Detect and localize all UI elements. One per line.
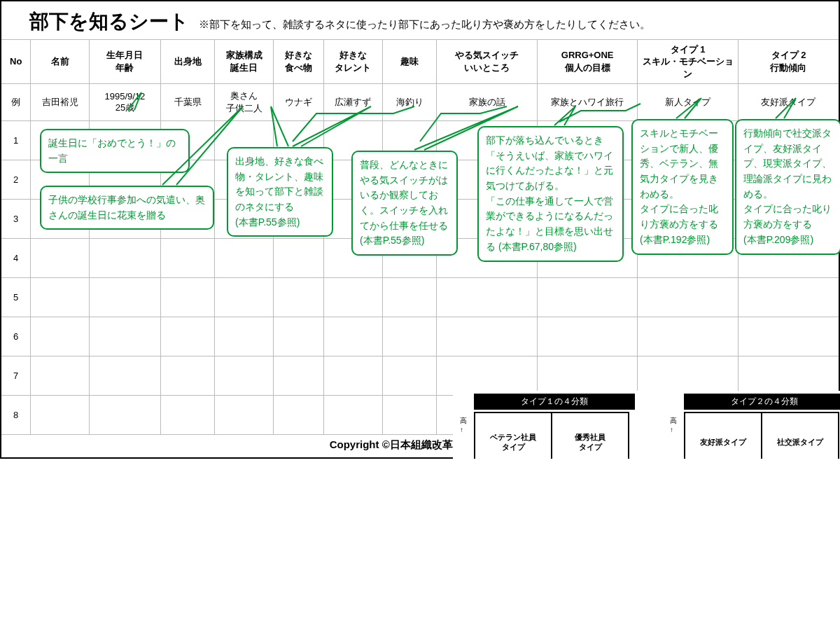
row-no: 5	[1, 278, 31, 317]
callout-interests: 出身地、好きな食べ物・タレント、趣味を知って部下と雑談のネタにする(本書P.55…	[227, 147, 333, 237]
col-switch: やる気スイッチいいところ	[437, 40, 538, 84]
col-type1: タイプ 1スキル・モチベーション	[638, 40, 738, 84]
matrices-container: タイプ１の４分類 高↑ スキル ↓低 ベテラン社員タイプ 優秀社員タイプ 無気力…	[453, 391, 840, 459]
page-subtitle: ※部下を知って、雑談するネタに使ったり部下にあった叱り方や褒め方をしたりしてくだ…	[199, 18, 650, 32]
ex-no: 例	[1, 84, 31, 121]
row-no: 2	[1, 160, 31, 200]
page-title: 部下を知るシート	[29, 8, 189, 35]
col-name: 名前	[31, 40, 90, 84]
col-origin: 出身地	[160, 40, 215, 84]
callout-family-care: 子供の学校行事参加への気遣い、奥さんの誕生日に花束を贈る	[40, 186, 214, 230]
callout-type1-tip: スキルとモチベーションで新人、優秀、ベテラン、無気力タイプを見きわめる。タイプに…	[631, 119, 734, 255]
ex-family: 奥さん子供二人	[215, 84, 274, 121]
col-family: 家族構成誕生日	[215, 40, 274, 84]
matrix-type2: タイプ２の４分類 高↑ 反応性 ↓低 友好派タイプ 社交派タイプ 理論派タイプ …	[663, 394, 840, 459]
ex-food: ウナギ	[274, 84, 324, 121]
ex-birth: 1995/9/1225歳	[90, 84, 161, 121]
m1-q-veteran: ベテラン社員タイプ	[475, 413, 552, 459]
m2-q-social: 社交派タイプ	[762, 413, 839, 459]
row-no: 8	[1, 396, 31, 435]
m2-q-friendly: 友好派タイプ	[685, 413, 762, 459]
matrix1-title: タイプ１の４分類	[474, 394, 635, 410]
callout-switch: 普段、どんなときにやる気スイッチがはいるか観察しておく。スイッチを入れてから仕事…	[351, 151, 458, 256]
m1-v-high: 高↑	[460, 416, 467, 434]
matrix2-title: タイプ２の４分類	[684, 394, 840, 410]
ex-talent: 広瀬すず	[323, 84, 382, 121]
row-no: 6	[1, 317, 31, 356]
col-birth: 生年月日年齢	[90, 40, 161, 84]
example-row: 例 吉田裕児 1995/9/1225歳 千葉県 奥さん子供二人 ウナギ 広瀬すず…	[1, 84, 839, 121]
ex-switch: 家族の話	[437, 84, 538, 121]
m1-q-excellent: 優秀社員タイプ	[552, 413, 629, 459]
title-row: 部下を知るシート ※部下を知って、雑談するネタに使ったり部下にあった叱り方や褒め…	[1, 1, 839, 39]
col-talent: 好きなタレント	[323, 40, 382, 84]
matrix-type1: タイプ１の４分類 高↑ スキル ↓低 ベテラン社員タイプ 優秀社員タイプ 無気力…	[453, 394, 635, 459]
row-no: 4	[1, 239, 31, 278]
ex-name: 吉田裕児	[31, 84, 90, 121]
col-hobby: 趣味	[382, 40, 437, 84]
col-food: 好きな食べ物	[274, 40, 324, 84]
row-no: 3	[1, 200, 31, 239]
callout-motivation: 部下が落ち込んでいるとき「そうえいば、家族でハワイに行くんだったよな！」と元気つ…	[477, 126, 624, 262]
callout-type2-tip: 行動傾向で社交派タイプ、友好派タイプ、現実派タイプ、理論派タイプに見わめる。タイ…	[735, 119, 840, 255]
col-goal: GRRG+ONE個人の目標	[537, 40, 638, 84]
ex-hobby: 海釣り	[382, 84, 437, 121]
table-header-row: No 名前 生年月日年齢 出身地 家族構成誕生日 好きな食べ物 好きなタレント …	[1, 40, 839, 84]
ex-origin: 千葉県	[160, 84, 215, 121]
row-no: 7	[1, 356, 31, 396]
document-frame: 部下を知るシート ※部下を知って、雑談するネタに使ったり部下にあった叱り方や褒め…	[0, 0, 840, 459]
ex-type1: 新人タイプ	[638, 84, 738, 121]
ex-type2: 友好派タイプ	[738, 84, 839, 121]
col-type2: タイプ 2行動傾向	[738, 40, 839, 84]
row-no: 1	[1, 121, 31, 160]
callout-birthday: 誕生日に「おめでとう！」の一言	[40, 129, 190, 173]
col-no: No	[1, 40, 31, 84]
m2-v-high: 高↑	[670, 416, 677, 434]
ex-goal: 家族とハワイ旅行	[537, 84, 638, 121]
